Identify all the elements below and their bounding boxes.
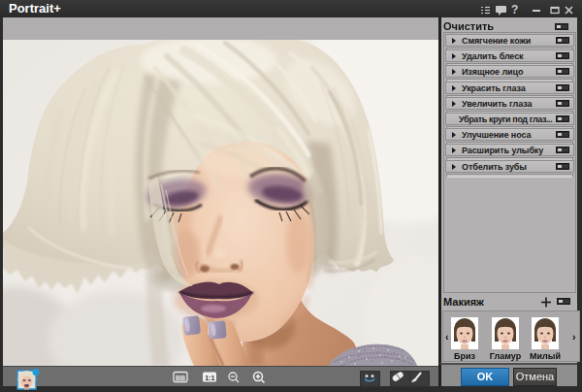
svg-text:?: ? [511, 3, 518, 16]
svg-text:BB: BB [176, 375, 185, 381]
svg-text:1:1: 1:1 [205, 375, 214, 381]
